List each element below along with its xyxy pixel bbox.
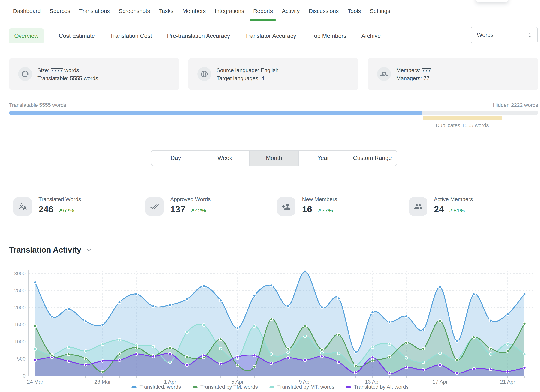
legend-item-tm[interactable]: Translated by TM, words <box>193 384 258 390</box>
nav-item-reports[interactable]: Reports <box>253 8 273 14</box>
range-week-button[interactable]: Week <box>200 150 250 166</box>
date-range-control: Day Week Month Year Custom Range <box>151 150 397 166</box>
svg-text:2000: 2000 <box>14 305 25 310</box>
source-language: Source language: English <box>217 66 279 74</box>
data-usage-icon <box>18 67 32 81</box>
legend-label: Translated by MT, words <box>277 384 334 390</box>
nav-item-settings[interactable]: Settings <box>370 8 390 14</box>
summary-card-size: Size: 7777 words Translatable: 5555 word… <box>9 58 179 90</box>
nav-item-dashboard[interactable]: Dashboard <box>13 8 41 14</box>
svg-text:500: 500 <box>17 356 25 362</box>
tab-translation-cost[interactable]: Translation Cost <box>110 33 152 39</box>
metric-change: 81% <box>454 207 465 214</box>
translatable-bar-segment <box>9 111 422 115</box>
project-size: Size: 7777 words <box>37 66 98 74</box>
chevron-down-icon[interactable] <box>86 247 92 253</box>
svg-text:3000: 3000 <box>14 271 25 276</box>
range-custom-button[interactable]: Custom Range <box>348 150 397 166</box>
person-add-icon <box>277 197 295 216</box>
project-translatable: Translatable: 5555 words <box>37 74 98 83</box>
svg-text:2500: 2500 <box>14 288 25 293</box>
summary-card-languages: Source language: English Target language… <box>188 58 359 90</box>
people-icon <box>409 197 427 216</box>
hidden-words-label: Hidden 2222 words <box>493 102 538 108</box>
legend-item-ai[interactable]: Translated by AI, words <box>346 384 409 390</box>
legend-item-mt[interactable]: Translated by MT, words <box>270 384 334 390</box>
legend-swatch-tm <box>193 386 198 388</box>
metric-value: 137 <box>170 204 185 214</box>
svg-text:1000: 1000 <box>14 339 25 345</box>
members-count: Members: 777 <box>396 66 431 74</box>
metric-new-members: New Members 16 ↗77% <box>277 196 401 218</box>
nav-item-discussions[interactable]: Discussions <box>309 8 339 14</box>
top-navigation: Dashboard Sources Translations Screensho… <box>0 0 540 22</box>
legend-swatch-ai <box>346 386 351 388</box>
legend-label: Translated, words <box>139 384 181 390</box>
trend-up-icon: ↗ <box>190 207 195 214</box>
managers-count: Managers: 77 <box>396 74 431 83</box>
select-arrows-icon <box>527 32 532 38</box>
unit-select[interactable]: Words <box>471 27 538 43</box>
svg-text:0: 0 <box>23 373 25 379</box>
legend-label: Translated by TM, words <box>200 384 258 390</box>
nav-item-translations[interactable]: Translations <box>79 8 110 14</box>
nav-item-sources[interactable]: Sources <box>50 8 70 14</box>
metric-label: Translated Words <box>38 196 81 203</box>
metric-translated-words: Translated Words 246 ↗62% <box>13 196 137 218</box>
tab-pre-translation-accuracy[interactable]: Pre-translation Accuracy <box>167 33 230 39</box>
legend-label: Translated by AI, words <box>354 384 409 390</box>
tab-translator-accuracy[interactable]: Translator Accuracy <box>245 33 296 39</box>
nav-item-members[interactable]: Members <box>182 8 206 14</box>
section-title: Translation Activity <box>9 245 81 254</box>
tab-archive[interactable]: Archive <box>361 33 381 39</box>
chart-legend: Translated, words Translated by TM, word… <box>0 384 540 390</box>
metric-active-members: Active Members 24 ↗81% <box>409 196 532 218</box>
metric-change: 77% <box>322 207 333 214</box>
metric-label: New Members <box>302 196 337 203</box>
nav-item-tools[interactable]: Tools <box>348 8 361 14</box>
words-progress-bar <box>9 111 538 115</box>
metric-value: 24 <box>434 204 444 214</box>
duplicates-words-label: Duplicates 1555 words <box>435 122 489 129</box>
range-month-button[interactable]: Month <box>250 150 299 166</box>
trend-up-icon: ↗ <box>448 207 453 214</box>
double-check-icon <box>145 197 164 216</box>
nav-item-integrations[interactable]: Integrations <box>215 8 244 14</box>
metric-value: 16 <box>302 204 312 214</box>
range-day-button[interactable]: Day <box>151 150 200 166</box>
metric-value: 246 <box>38 204 53 214</box>
reports-overview-page: Dashboard Sources Translations Screensho… <box>0 0 540 392</box>
duplicates-bar-segment <box>423 116 502 120</box>
translation-activity-chart: 05001000150020002500300024 Mar28 Mar1 Ap… <box>0 261 540 385</box>
legend-swatch-mt <box>270 386 275 388</box>
svg-text:1500: 1500 <box>14 322 25 327</box>
unit-select-value: Words <box>477 32 494 38</box>
members-icon <box>377 67 391 81</box>
words-breakdown: Translatable 5555 words Hidden 2222 word… <box>9 102 538 120</box>
translatable-words-label: Translatable 5555 words <box>9 102 66 108</box>
legend-item-translated[interactable]: Translated, words <box>131 384 181 390</box>
nav-item-activity[interactable]: Activity <box>282 8 300 14</box>
metric-label: Active Members <box>434 196 473 203</box>
metric-label: Approved Words <box>170 196 210 203</box>
metric-change: 62% <box>63 207 74 214</box>
target-languages: Target languages: 4 <box>217 74 279 83</box>
translate-icon <box>13 197 32 216</box>
legend-swatch-translated <box>131 386 136 388</box>
trend-up-icon: ↗ <box>58 207 63 214</box>
trend-up-icon: ↗ <box>316 207 321 214</box>
summary-card-members: Members: 777 Managers: 77 <box>368 58 538 90</box>
tab-overview[interactable]: Overview <box>9 29 44 44</box>
tab-top-members[interactable]: Top Members <box>311 33 346 39</box>
report-tabs: Overview Cost Estimate Translation Cost … <box>9 28 381 44</box>
tab-cost-estimate[interactable]: Cost Estimate <box>59 33 95 39</box>
globe-icon <box>197 67 211 81</box>
nav-item-tasks[interactable]: Tasks <box>159 8 173 14</box>
range-year-button[interactable]: Year <box>299 150 348 166</box>
nav-item-screenshots[interactable]: Screenshots <box>119 8 150 14</box>
metric-change: 42% <box>195 207 206 214</box>
metric-approved-words: Approved Words 137 ↗42% <box>145 196 269 218</box>
